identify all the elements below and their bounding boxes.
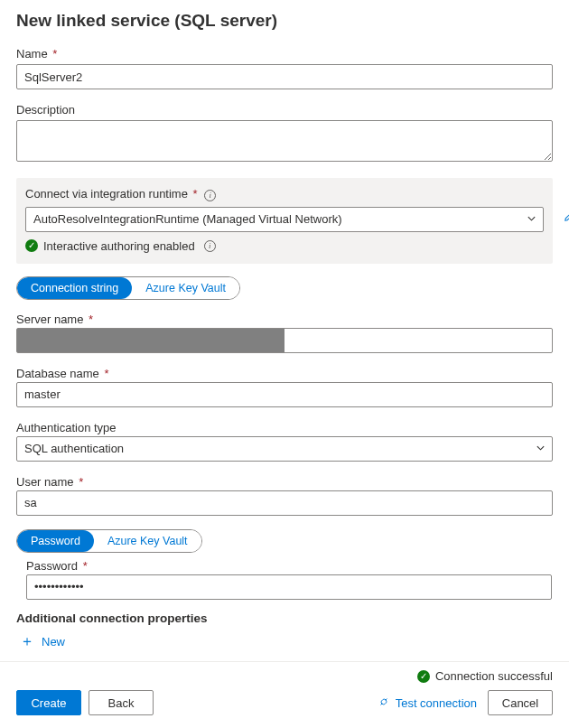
password-group: Password * xyxy=(16,558,553,601)
cancel-button[interactable]: Cancel xyxy=(488,690,553,715)
check-icon: ✓ xyxy=(25,239,38,252)
tab-password[interactable]: Password xyxy=(17,530,94,552)
name-input[interactable] xyxy=(16,64,553,89)
user-name-input[interactable] xyxy=(16,490,553,516)
back-button[interactable]: Back xyxy=(89,690,154,715)
auth-type-label: Authentication type xyxy=(16,421,553,434)
description-input[interactable] xyxy=(16,120,553,162)
auth-type-group: Authentication type SQL authentication xyxy=(16,421,553,462)
database-name-label: Database name * xyxy=(16,367,553,380)
server-name-input[interactable] xyxy=(16,328,553,353)
tab-connection-string[interactable]: Connection string xyxy=(17,277,132,299)
plus-icon: ＋ xyxy=(20,632,34,651)
user-name-group: User name * xyxy=(16,475,553,516)
add-new-button[interactable]: ＋ New xyxy=(20,632,65,651)
additional-props-section: Additional connection properties ＋ New xyxy=(16,611,553,651)
test-connection-link[interactable]: Test connection xyxy=(378,695,477,711)
description-field-group: Description xyxy=(16,103,553,164)
tab-azure-key-vault[interactable]: Azure Key Vault xyxy=(132,277,239,299)
tab-password-akv[interactable]: Azure Key Vault xyxy=(94,530,201,552)
database-name-input[interactable] xyxy=(16,382,553,407)
check-icon: ✓ xyxy=(417,670,430,683)
user-name-label: User name * xyxy=(16,475,553,489)
info-icon[interactable]: i xyxy=(204,190,216,201)
footer: ✓ Connection successful Create Back Test… xyxy=(0,661,569,728)
description-label: Description xyxy=(16,103,553,117)
name-label: Name * xyxy=(16,47,553,61)
connection-status: ✓ Connection successful xyxy=(16,669,553,683)
plug-icon xyxy=(378,695,390,711)
page-title: New linked service (SQL server) xyxy=(16,11,553,31)
runtime-label: Connect via integration runtime * i xyxy=(25,187,544,201)
edit-icon[interactable] xyxy=(563,210,569,226)
info-icon[interactable]: i xyxy=(204,240,216,252)
auth-type-select[interactable]: SQL authentication xyxy=(16,436,553,462)
server-name-group: Server name * xyxy=(16,313,553,353)
additional-props-label: Additional connection properties xyxy=(16,611,553,625)
name-field-group: Name * xyxy=(16,47,553,89)
create-button[interactable]: Create xyxy=(16,690,81,715)
password-source-tabs: Password Azure Key Vault xyxy=(16,529,202,553)
password-label: Password * xyxy=(26,559,552,573)
server-name-label: Server name * xyxy=(16,313,553,326)
connection-source-tabs: Connection string Azure Key Vault xyxy=(16,276,240,300)
password-input[interactable] xyxy=(26,574,552,600)
database-name-group: Database name * xyxy=(16,367,553,407)
runtime-section: Connect via integration runtime * i Auto… xyxy=(16,178,553,264)
runtime-select[interactable]: AutoResolveIntegrationRuntime (Managed V… xyxy=(25,207,544,232)
interactive-status: ✓ Interactive authoring enabled i xyxy=(25,239,544,253)
